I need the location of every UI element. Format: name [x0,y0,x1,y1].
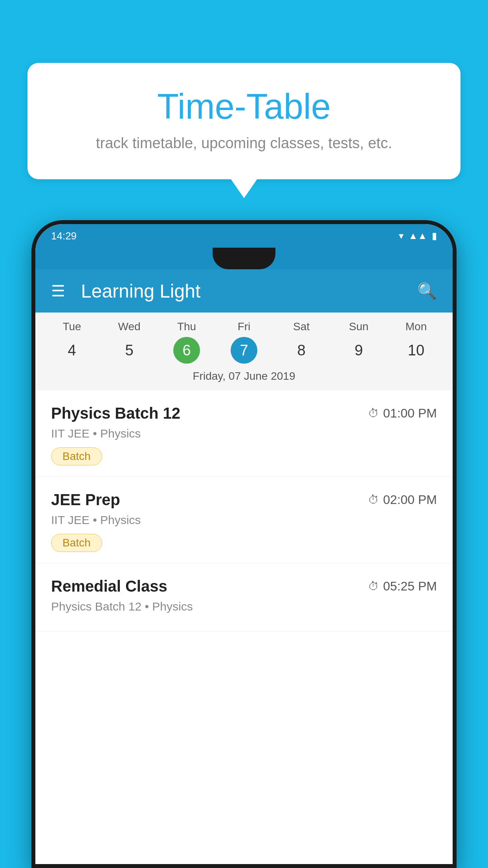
day-col[interactable]: Tue4 [43,320,101,364]
day-col[interactable]: Wed5 [101,320,158,364]
schedule-item-meta: Physics Batch 12 • Physics [51,600,437,613]
day-name: Sun [349,320,369,333]
signal-icon: ▲▲ [408,230,427,241]
days-row: Tue4Wed5Thu6Fri7Sat8Sun9Mon10 [35,313,453,364]
app-bar: ☰ Learning Light 🔍 [35,269,453,313]
schedule-time-text: 05:25 PM [383,579,437,594]
schedule-item-time: ⏱01:00 PM [368,406,437,421]
schedule-item-meta: IIT JEE • Physics [51,427,437,440]
selected-date-label: Friday, 07 June 2019 [35,364,453,390]
bubble-title: Time-Table [59,86,429,127]
day-number[interactable]: 6 [173,337,200,364]
schedule-time-text: 02:00 PM [383,493,437,507]
speech-bubble: Time-Table track timetable, upcoming cla… [28,63,460,179]
calendar-section: Tue4Wed5Thu6Fri7Sat8Sun9Mon10 Friday, 07… [35,313,453,390]
schedule-list: Physics Batch 12⏱01:00 PMIIT JEE • Physi… [35,390,453,632]
hamburger-icon[interactable]: ☰ [51,282,65,300]
schedule-item-time: ⏱02:00 PM [368,493,437,507]
clock-icon: ⏱ [368,580,379,593]
day-number[interactable]: 4 [59,337,85,364]
day-col[interactable]: Sun9 [330,320,387,364]
phone-inner: 14:29 ▾ ▲▲ ▮ ☰ Learning Light 🔍 Tue4Wed5… [35,224,453,864]
day-number[interactable]: 8 [288,337,315,364]
day-col[interactable]: Sat8 [273,320,330,364]
day-number[interactable]: 7 [231,337,257,364]
batch-badge: Batch [51,534,102,552]
status-bar: 14:29 ▾ ▲▲ ▮ [35,224,453,248]
schedule-time-text: 01:00 PM [383,406,437,421]
schedule-item[interactable]: Remedial Class⏱05:25 PMPhysics Batch 12 … [35,563,453,632]
schedule-item-header: Physics Batch 12⏱01:00 PM [51,405,437,422]
schedule-item-header: Remedial Class⏱05:25 PM [51,577,437,595]
day-name: Sat [293,320,310,333]
day-col[interactable]: Fri7 [215,320,273,364]
day-name: Tue [62,320,81,333]
bubble-subtitle: track timetable, upcoming classes, tests… [59,135,429,152]
schedule-item[interactable]: JEE Prep⏱02:00 PMIIT JEE • PhysicsBatch [35,477,453,563]
day-col[interactable]: Thu6 [158,320,215,364]
day-number[interactable]: 9 [345,337,372,364]
schedule-item-name: JEE Prep [51,491,120,509]
status-time: 14:29 [51,230,77,242]
day-number[interactable]: 10 [403,337,429,364]
schedule-item-time: ⏱05:25 PM [368,579,437,594]
clock-icon: ⏱ [368,407,379,420]
schedule-item-name: Physics Batch 12 [51,405,180,422]
day-name: Thu [177,320,196,333]
battery-icon: ▮ [432,230,437,241]
schedule-item-header: JEE Prep⏱02:00 PM [51,491,437,509]
day-name: Fri [238,320,251,333]
app-bar-title: Learning Light [81,280,417,302]
wifi-icon: ▾ [399,230,404,241]
day-number[interactable]: 5 [116,337,143,364]
phone-frame: 14:29 ▾ ▲▲ ▮ ☰ Learning Light 🔍 Tue4Wed5… [31,220,457,868]
notch-area [35,248,453,269]
day-name: Wed [118,320,140,333]
schedule-item-meta: IIT JEE • Physics [51,513,437,527]
schedule-item[interactable]: Physics Batch 12⏱01:00 PMIIT JEE • Physi… [35,390,453,477]
speech-bubble-container: Time-Table track timetable, upcoming cla… [28,63,460,179]
day-name: Mon [405,320,427,333]
schedule-item-name: Remedial Class [51,577,167,595]
search-icon[interactable]: 🔍 [417,282,437,300]
notch [213,248,275,269]
status-icons: ▾ ▲▲ ▮ [399,230,437,241]
batch-badge: Batch [51,447,102,465]
clock-icon: ⏱ [368,493,379,506]
day-col[interactable]: Mon10 [387,320,445,364]
